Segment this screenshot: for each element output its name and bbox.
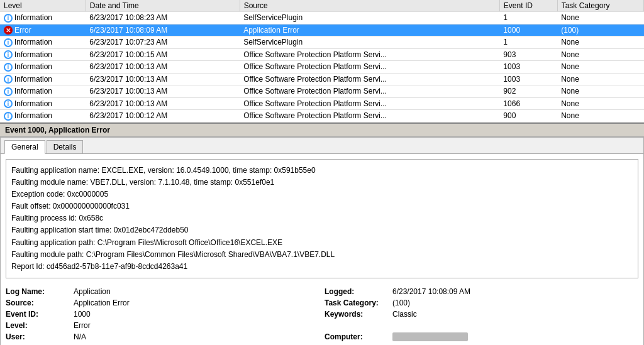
info-icon: i: [4, 87, 13, 96]
tab-details[interactable]: Details: [47, 140, 84, 153]
task-label: Task Category:: [325, 298, 387, 307]
level-text: Information: [14, 62, 52, 71]
col-header-task: Task Category: [557, 0, 643, 12]
cell-event-id: 1066: [499, 97, 557, 110]
cell-level: iInformation: [0, 85, 86, 98]
cell-task: (100): [557, 24, 643, 36]
cell-event-id: 902: [499, 85, 557, 98]
level-text: Information: [14, 75, 52, 84]
source-value: Application Error: [74, 298, 319, 307]
info-icon: i: [4, 99, 13, 108]
cell-date: 6/23/2017 10:08:23 AM: [86, 12, 240, 25]
cell-task: None: [557, 73, 643, 85]
task-value: (100): [392, 298, 638, 307]
logged-value: 6/23/2017 10:08:09 AM: [392, 287, 638, 296]
info-icon: i: [4, 50, 13, 59]
tab-bar: General Details: [1, 138, 643, 154]
cell-event-id: 1000: [499, 24, 557, 36]
info-icon: i: [4, 14, 13, 23]
table-row[interactable]: ✕Error6/23/2017 10:08:09 AMApplication E…: [0, 24, 644, 36]
cell-task: None: [557, 110, 643, 123]
source-label: Source:: [6, 298, 69, 307]
level-value: Error: [74, 321, 319, 330]
cell-date: 6/23/2017 10:00:13 AM: [86, 85, 240, 98]
table-header-row: Level Date and Time Source Event ID Task…: [0, 0, 644, 12]
table-row[interactable]: iInformation6/23/2017 10:00:15 AMOffice …: [0, 48, 644, 61]
col-header-level: Level: [0, 0, 86, 12]
level-text: Error: [14, 26, 31, 35]
event-title-text: Event 1000, Application Error: [5, 126, 110, 134]
cell-level: iInformation: [0, 97, 86, 110]
cell-date: 6/23/2017 10:00:13 AM: [86, 73, 240, 85]
table-row[interactable]: iInformation6/23/2017 10:00:13 AMOffice …: [0, 85, 644, 98]
general-tab-content: Faulting application name: EXCEL.EXE, ve…: [1, 154, 643, 346]
table-row[interactable]: iInformation6/23/2017 10:00:13 AMOffice …: [0, 61, 644, 74]
cell-task: None: [557, 61, 643, 74]
level-text: Information: [14, 13, 52, 22]
level-text: Information: [14, 99, 52, 108]
keywords-label: Keywords:: [325, 310, 387, 319]
cell-date: 6/23/2017 10:07:23 AM: [86, 36, 240, 49]
cell-date: 6/23/2017 10:00:13 AM: [86, 61, 240, 74]
log-name-label: Log Name:: [6, 287, 69, 296]
level-text: Information: [14, 50, 52, 59]
cell-task: None: [557, 12, 643, 25]
col-header-source: Source: [240, 0, 499, 12]
tab-general[interactable]: General: [4, 140, 45, 154]
table-row[interactable]: iInformation6/23/2017 10:00:13 AMOffice …: [0, 73, 644, 85]
cell-task: None: [557, 85, 643, 98]
cell-source: SelfServicePlugin: [240, 36, 499, 49]
table-row[interactable]: iInformation6/23/2017 10:08:23 AMSelfSer…: [0, 12, 644, 25]
cell-source: SelfServicePlugin: [240, 12, 499, 25]
level-label: Level:: [6, 321, 69, 330]
cell-source: Office Software Protection Platform Serv…: [240, 97, 499, 110]
user-label: User:: [6, 332, 69, 341]
cell-level: iInformation: [0, 12, 86, 25]
event-title-bar: Event 1000, Application Error: [0, 123, 644, 137]
cell-date: 6/23/2017 10:08:09 AM: [86, 24, 240, 36]
event-table: Level Date and Time Source Event ID Task…: [0, 0, 644, 123]
cell-event-id: 1003: [499, 61, 557, 74]
cell-source: Office Software Protection Platform Serv…: [240, 110, 499, 123]
col-header-event: Event ID: [499, 0, 557, 12]
cell-level: iInformation: [0, 73, 86, 85]
col-header-date: Date and Time: [86, 0, 240, 12]
cell-level: iInformation: [0, 61, 86, 74]
cell-event-id: 1: [499, 36, 557, 49]
event-properties-grid: Log Name: Application Logged: 6/23/2017 …: [6, 285, 638, 345]
level-text: Information: [14, 111, 52, 120]
log-name-value: Application: [74, 287, 319, 296]
cell-level: ✕Error: [0, 24, 86, 36]
cell-event-id: 1: [499, 12, 557, 25]
cell-date: 6/23/2017 10:00:15 AM: [86, 48, 240, 61]
error-icon: ✕: [4, 26, 13, 35]
level-text: Information: [14, 87, 52, 96]
info-icon: i: [4, 38, 13, 47]
table-row[interactable]: iInformation6/23/2017 10:07:23 AMSelfSer…: [0, 36, 644, 49]
info-icon: i: [4, 112, 13, 121]
keywords-value: Classic: [392, 310, 638, 319]
cell-source: Office Software Protection Platform Serv…: [240, 48, 499, 61]
event-id-value: 1000: [74, 310, 319, 319]
table-row[interactable]: iInformation6/23/2017 10:00:13 AMOffice …: [0, 97, 644, 110]
user-value: N/A: [74, 332, 319, 341]
cell-level: iInformation: [0, 36, 86, 49]
info-icon: i: [4, 75, 13, 84]
cell-source: Office Software Protection Platform Serv…: [240, 61, 499, 74]
error-details-box: Faulting application name: EXCEL.EXE, ve…: [6, 159, 638, 279]
logged-label: Logged:: [325, 287, 387, 296]
event-list-container: Level Date and Time Source Event ID Task…: [0, 0, 644, 123]
cell-task: None: [557, 36, 643, 49]
cell-date: 6/23/2017 10:00:12 AM: [86, 110, 240, 123]
cell-source: Office Software Protection Platform Serv…: [240, 85, 499, 98]
level-text: Information: [14, 38, 52, 47]
info-icon: i: [4, 63, 13, 72]
table-row[interactable]: iInformation6/23/2017 10:00:12 AMOffice …: [0, 110, 644, 123]
cell-source: Application Error: [240, 24, 499, 36]
cell-date: 6/23/2017 10:00:13 AM: [86, 97, 240, 110]
cell-task: None: [557, 97, 643, 110]
event-id-label: Event ID:: [6, 310, 69, 319]
cell-level: iInformation: [0, 110, 86, 123]
cell-event-id: 903: [499, 48, 557, 61]
error-details-text: Faulting application name: EXCEL.EXE, ve…: [11, 165, 633, 273]
